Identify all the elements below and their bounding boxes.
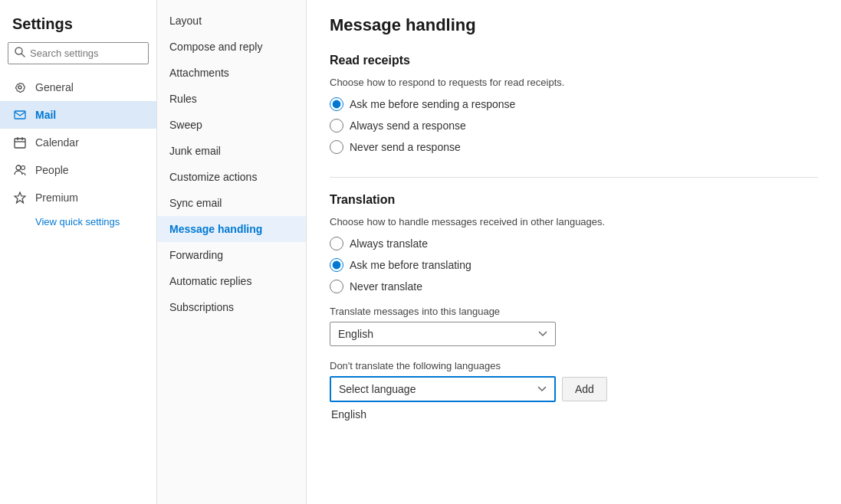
radio-always-translate-input[interactable] [330,237,343,250]
search-input[interactable] [30,47,142,59]
select-language-dropdown[interactable]: Select language [330,376,556,402]
dont-translate-label: Don't translate the following languages [330,360,818,371]
mid-nav-forwarding[interactable]: Forwarding [157,242,306,268]
calendar-icon [12,135,28,150]
mid-nav-compose-reply[interactable]: Compose and reply [157,34,306,60]
radio-ask-translate-label: Ask me before translating [350,259,471,271]
sidebar-label-calendar: Calendar [35,136,79,149]
app-title: Settings [0,12,156,42]
radio-never-receipt-label: Never send a response [350,141,461,153]
sidebar-label-mail: Mail [35,109,56,121]
mid-nav-customize-actions[interactable]: Customize actions [157,164,306,190]
radio-ask-translate[interactable]: Ask me before translating [330,258,818,272]
mid-nav-sync-email[interactable]: Sync email [157,190,306,216]
sidebar-label-general: General [35,81,74,93]
radio-ask-receipt-label: Ask me before sending a response [350,98,515,110]
radio-ask-receipt-input[interactable] [330,97,343,111]
svg-point-8 [21,166,25,170]
radio-never-receipt-input[interactable] [330,140,343,154]
radio-never-translate[interactable]: Never translate [330,280,818,293]
radio-never-translate-input[interactable] [330,280,343,293]
read-receipts-options: Ask me before sending a response Always … [330,97,818,154]
sidebar-label-people: People [35,164,69,176]
svg-marker-9 [15,192,25,203]
search-icon [15,47,25,60]
mid-nav: Layout Compose and reply Attachments Rul… [157,0,307,504]
people-icon [12,162,28,178]
mid-nav-sweep[interactable]: Sweep [157,112,306,138]
mid-nav-layout[interactable]: Layout [157,8,306,34]
radio-always-receipt[interactable]: Always send a response [330,119,818,133]
radio-always-receipt-input[interactable] [330,119,343,133]
svg-rect-2 [15,111,25,119]
translation-options: Always translate Ask me before translati… [330,237,818,293]
sidebar-item-mail[interactable]: Mail [0,101,156,129]
premium-icon [12,190,28,205]
translation-title: Translation [330,193,818,207]
mid-nav-automatic-replies[interactable]: Automatic replies [157,268,306,294]
dont-translate-row: Select language Add [330,376,818,402]
page-title: Message handling [330,15,818,35]
mid-nav-rules[interactable]: Rules [157,86,306,112]
translation-section: Translation Choose how to handle message… [330,193,818,421]
add-button[interactable]: Add [562,377,607,401]
mail-icon [12,107,28,123]
sidebar-item-people[interactable]: People [0,156,156,184]
sidebar-item-calendar[interactable]: Calendar [0,129,156,156]
mid-nav-junk-email[interactable]: Junk email [157,138,306,164]
quick-settings-link[interactable]: View quick settings [0,211,156,232]
language-dropdown[interactable]: English [330,322,556,346]
search-box[interactable] [8,42,149,64]
translation-subtitle: Choose how to handle messages received i… [330,216,818,227]
read-receipts-section: Read receipts Choose how to respond to r… [330,54,818,154]
svg-rect-3 [15,139,25,148]
svg-line-1 [21,54,25,57]
radio-ask-translate-input[interactable] [330,258,343,272]
read-receipts-title: Read receipts [330,54,818,67]
sidebar-item-general[interactable]: General [0,74,156,101]
svg-point-7 [16,165,21,170]
sidebar-item-premium[interactable]: Premium [0,184,156,211]
read-receipts-subtitle: Choose how to respond to requests for re… [330,77,818,88]
section-divider [330,177,818,178]
radio-always-translate-label: Always translate [350,237,428,250]
radio-never-translate-label: Never translate [350,280,422,293]
mid-nav-message-handling[interactable]: Message handling [157,216,306,242]
mid-nav-subscriptions[interactable]: Subscriptions [157,294,306,320]
radio-never-receipt[interactable]: Never send a response [330,140,818,154]
sidebar-label-premium: Premium [35,191,78,204]
sidebar: Settings General Mail [0,0,157,504]
added-language: English [330,408,818,421]
gear-icon [12,80,28,95]
radio-ask-receipt[interactable]: Ask me before sending a response [330,97,818,111]
language-field-label: Translate messages into this language [330,306,818,317]
mid-nav-attachments[interactable]: Attachments [157,60,306,86]
radio-always-receipt-label: Always send a response [350,119,466,132]
main-content: Message handling Read receipts Choose ho… [307,0,841,504]
radio-always-translate[interactable]: Always translate [330,237,818,250]
